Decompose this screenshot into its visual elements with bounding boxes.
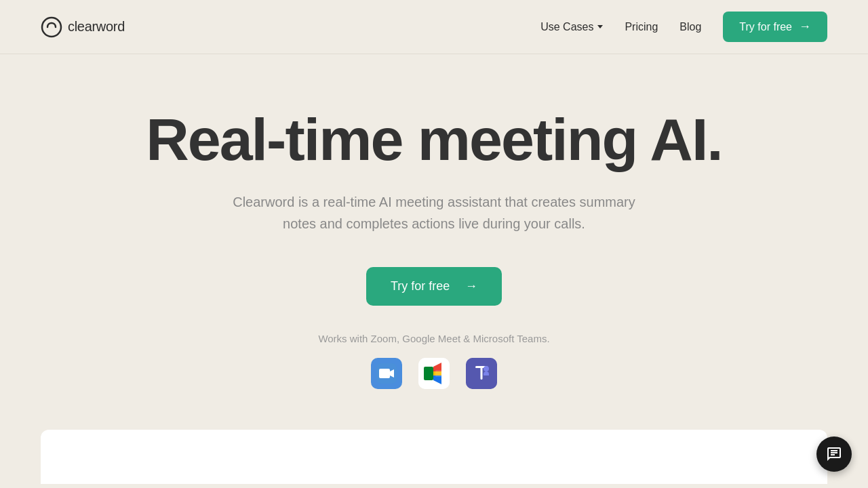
platform-icons [371,358,497,389]
svg-point-13 [484,366,489,371]
svg-rect-12 [481,366,483,380]
logo[interactable]: clearword [41,16,125,38]
arrow-right-icon: → [799,20,811,34]
svg-point-0 [42,18,61,37]
hero-title: Real-time meeting AI. [146,108,722,171]
header-try-free-button[interactable]: Try for free → [723,12,827,42]
clearword-logo-icon [41,16,62,38]
chat-widget-button[interactable] [816,436,852,472]
header: clearword Use Cases Pricing Blog Try for… [0,0,868,54]
bottom-section [41,430,827,484]
google-meet-icon [418,358,450,389]
hero-subtitle: Clearword is a real-time AI meeting assi… [217,191,651,235]
microsoft-teams-icon [466,358,497,389]
nav-blog[interactable]: Blog [679,21,701,33]
nav: Use Cases Pricing Blog Try for free → [540,12,827,42]
works-with-label: Works with Zoom, Google Meet & Microsoft… [318,333,549,344]
hero-arrow-right-icon: → [465,279,477,293]
chat-icon [826,446,842,462]
logo-text: clearword [68,19,125,35]
svg-rect-9 [435,370,441,377]
nav-use-cases[interactable]: Use Cases [540,21,603,33]
hero-cta-button[interactable]: Try for free → [366,267,502,306]
zoom-icon [371,358,402,389]
svg-rect-5 [424,367,433,380]
hero-section: Real-time meeting AI. Clearword is a rea… [0,54,868,430]
nav-pricing[interactable]: Pricing [625,21,658,33]
chevron-down-icon [597,25,603,28]
svg-rect-2 [379,369,390,378]
